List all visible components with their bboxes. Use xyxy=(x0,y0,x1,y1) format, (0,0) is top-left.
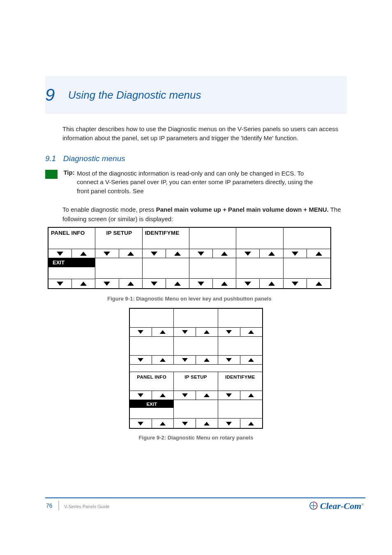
footer-separator xyxy=(58,501,59,511)
up-button[interactable] xyxy=(196,391,218,400)
menu-identifyme[interactable]: IDENTIFYME xyxy=(143,228,189,236)
enable-diag-paragraph: To enable diagnostic mode, press Panel m… xyxy=(62,205,347,224)
up-button[interactable] xyxy=(119,279,142,288)
footer-rule xyxy=(45,497,365,498)
down-button[interactable] xyxy=(48,249,72,258)
section-title: Diagnostic menus xyxy=(63,154,125,163)
down-button[interactable] xyxy=(174,419,196,428)
up-button[interactable] xyxy=(72,249,95,258)
up-button[interactable] xyxy=(152,356,174,364)
up-button[interactable] xyxy=(196,419,218,428)
clearcom-logo: Clear-Com® xyxy=(309,501,364,512)
up-button[interactable] xyxy=(213,279,236,288)
down-button[interactable] xyxy=(284,249,307,258)
down-button[interactable] xyxy=(236,279,260,288)
menu-exit[interactable]: EXIT xyxy=(130,400,173,408)
up-button[interactable] xyxy=(152,419,174,428)
up-button[interactable] xyxy=(152,328,174,336)
down-button[interactable] xyxy=(130,391,152,400)
down-button[interactable] xyxy=(130,328,152,336)
down-button[interactable] xyxy=(174,328,196,336)
down-button[interactable] xyxy=(189,249,213,258)
down-button[interactable] xyxy=(218,356,240,364)
menu-ip-setup[interactable]: IP SETUP xyxy=(95,228,142,236)
up-button[interactable] xyxy=(166,279,189,288)
tip-label: Tip: xyxy=(63,169,75,176)
intro-paragraph: This chapter describes how to use the Di… xyxy=(62,125,347,143)
figure-9-2-caption: Figure 9-2: Diagnostic Menu on rotary pa… xyxy=(129,434,263,442)
down-button[interactable] xyxy=(130,356,152,364)
figure-9-1-caption: Figure 9-1: Diagnostic Menu on lever key… xyxy=(48,295,331,303)
menu-panel-info[interactable]: PANEL INFO xyxy=(48,228,95,236)
down-button[interactable] xyxy=(95,249,119,258)
up-button[interactable] xyxy=(260,279,283,288)
down-button[interactable] xyxy=(174,356,196,364)
chapter-title: Using the Diagnostic menus xyxy=(68,89,201,102)
down-button[interactable] xyxy=(189,279,213,288)
tip-icon xyxy=(45,170,58,179)
up-button[interactable] xyxy=(196,356,218,364)
menu-identifyme[interactable]: IDENTIFYME xyxy=(218,372,262,379)
figure-9-1-panel: PANEL INFO IP SETUP IDENTIFYME EXIT xyxy=(48,227,331,289)
up-button[interactable] xyxy=(240,356,262,364)
down-button[interactable] xyxy=(236,249,260,258)
up-button[interactable] xyxy=(307,249,330,258)
up-button[interactable] xyxy=(260,249,283,258)
up-button[interactable] xyxy=(72,279,95,288)
up-button[interactable] xyxy=(307,279,330,288)
down-button[interactable] xyxy=(284,279,307,288)
figure-9-2-panel: PANEL INFO IP SETUP IDENTIFYME EXIT xyxy=(129,308,263,429)
down-button[interactable] xyxy=(95,279,119,288)
footer-doc-title: V-Series Panels Guide xyxy=(64,504,110,509)
up-button[interactable] xyxy=(119,249,142,258)
up-button[interactable] xyxy=(240,419,262,428)
up-button[interactable] xyxy=(213,249,236,258)
down-button[interactable] xyxy=(218,419,240,428)
page-number: 76 xyxy=(46,502,53,509)
up-button[interactable] xyxy=(240,391,262,400)
down-button[interactable] xyxy=(48,279,72,288)
down-button[interactable] xyxy=(218,391,240,400)
menu-panel-info[interactable]: PANEL INFO xyxy=(130,372,173,379)
down-button[interactable] xyxy=(218,328,240,336)
menu-ip-setup[interactable]: IP SETUP xyxy=(174,372,217,379)
up-button[interactable] xyxy=(240,328,262,336)
up-button[interactable] xyxy=(166,249,189,258)
section-number: 9.1 xyxy=(45,154,56,163)
down-button[interactable] xyxy=(143,279,166,288)
up-button[interactable] xyxy=(152,391,174,400)
up-button[interactable] xyxy=(196,328,218,336)
menu-exit[interactable]: EXIT xyxy=(48,258,95,267)
chapter-number: 9 xyxy=(45,85,55,105)
tip-text: Most of the diagnostic information is re… xyxy=(77,169,323,196)
down-button[interactable] xyxy=(143,249,166,258)
down-button[interactable] xyxy=(130,419,152,428)
down-button[interactable] xyxy=(174,391,196,400)
